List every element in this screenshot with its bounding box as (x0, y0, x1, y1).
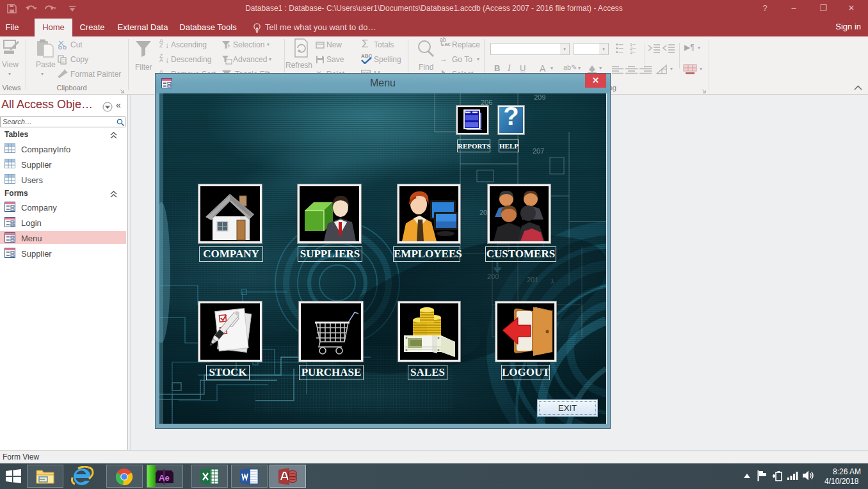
svg-text:...: ... (227, 60, 230, 64)
svg-text:Ae: Ae (159, 473, 170, 483)
